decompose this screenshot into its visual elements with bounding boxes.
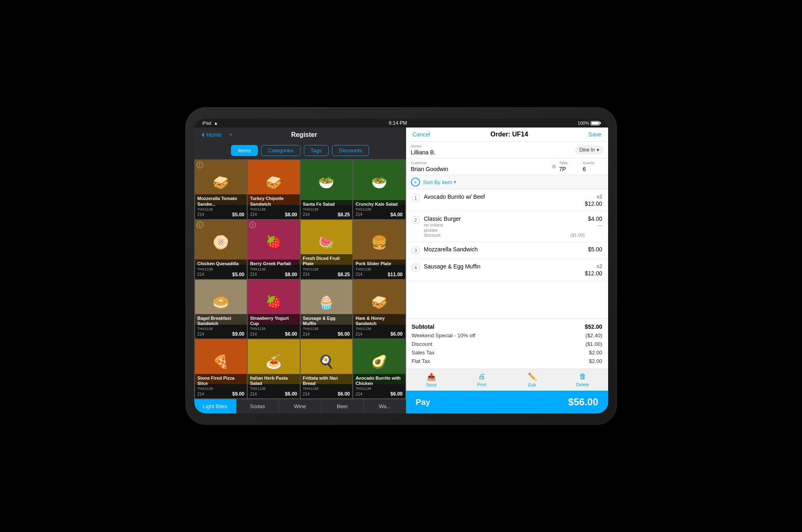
item-name: Chicken Quesadilla: [198, 261, 245, 266]
save-button[interactable]: Save: [589, 131, 602, 138]
category-item[interactable]: Sodas: [237, 399, 279, 413]
sort-label[interactable]: Sort By Item: [423, 179, 453, 185]
item-code: THX1138: [303, 267, 350, 271]
item-code: THX1138: [250, 207, 297, 211]
item-card-overlay: Turkey Chipotle Sandwich THX1138 214 $8.…: [248, 194, 300, 219]
item-code: THX1138: [356, 387, 403, 391]
item-card[interactable]: 🥑 Avocado Burrito with Chicken THX1138 2…: [353, 339, 405, 398]
customer-value[interactable]: Brian Goodwin: [411, 166, 549, 172]
item-card-overlay: Pork Slider Plate THX1138 214 $11.00: [353, 259, 405, 279]
order-item-number: 4: [412, 264, 420, 272]
pay-button[interactable]: Pay $56.00: [406, 391, 608, 413]
item-code: THX1138: [198, 327, 245, 331]
order-title: Order: UF14: [490, 131, 528, 138]
category-item[interactable]: Wa...: [364, 399, 406, 413]
order-items-list: 1 Avocado Burrito w/ Beef x2 $12.00 2 Cl…: [406, 189, 608, 319]
mod-label: discount: [424, 233, 441, 237]
item-name: Turkey Chipotle Sandwich: [250, 196, 297, 207]
sort-bar: + Sort By Item ▾: [406, 175, 608, 189]
order-item[interactable]: 3 Mozzarella Sandwich $5.00: [406, 242, 608, 259]
item-code: THX1138: [356, 207, 403, 211]
item-price: $6.00: [390, 391, 402, 397]
edit-icon: ✏️: [528, 372, 537, 381]
weekend-label: Weekend Special - 10% off: [412, 332, 475, 339]
item-name: Fresh Diced Fruit Plate: [303, 256, 350, 266]
order-item[interactable]: 1 Avocado Burrito w/ Beef x2 $12.00: [406, 189, 608, 211]
tax-row: Sales Tax $2.00: [412, 348, 602, 357]
item-card-overlay: Santa Fe Salad THX1138 214 $8.25: [301, 200, 353, 219]
totals-section: Subtotal $52.00 Weekend Special - 10% of…: [406, 319, 608, 369]
item-card[interactable]: 🥗 Santa Fe Salad THX1138 214 $8.25: [301, 160, 353, 219]
add-item-button[interactable]: +: [411, 178, 420, 187]
item-price: $6.00: [285, 331, 297, 337]
main-content: Home ⚬ Register Items Categories Tags Di…: [194, 128, 608, 413]
category-item[interactable]: Light Bites: [194, 399, 237, 413]
item-card[interactable]: 🍔 Pork Slider Plate THX1138 214 $11.00: [353, 220, 405, 279]
order-item-note: no onions: [424, 222, 585, 227]
info-icon[interactable]: i: [197, 222, 203, 228]
search-icon[interactable]: ⚬: [228, 131, 233, 138]
table-label: Table: [559, 161, 580, 165]
category-item[interactable]: Wine: [279, 399, 321, 413]
item-card[interactable]: 🍓 Strawberry Yogurt Cup THX1138 214 $6.0…: [248, 280, 300, 339]
guests-value[interactable]: 6: [583, 166, 603, 172]
item-code: THX1138: [250, 267, 297, 271]
item-price: $9.00: [232, 331, 244, 337]
category-item[interactable]: Beer: [321, 399, 364, 413]
left-panel: Home ⚬ Register Items Categories Tags Di…: [194, 128, 406, 413]
dine-in-label: Dine In: [579, 147, 595, 153]
tab-discounts[interactable]: Discounts: [332, 145, 369, 156]
item-card[interactable]: 🧁 Sausage & Egg Muffin THX1138 214 $6.00: [301, 280, 353, 339]
item-card[interactable]: 🍓 i Berry Greek Parfait THX1138 214 $8.0…: [248, 220, 300, 279]
server-value[interactable]: Lilliana B.: [411, 149, 572, 156]
order-item-name: Sausage & Egg Muffin: [424, 263, 582, 270]
info-icon[interactable]: i: [249, 222, 256, 228]
item-name: Mozzeralla Tomato Sandw...: [198, 196, 245, 207]
item-card-overlay: Strawberry Yogurt Cup THX1138 214 $6.00: [248, 314, 300, 339]
mod-value: ($1.00): [571, 233, 585, 237]
table-value[interactable]: 7P: [559, 166, 580, 172]
send-button[interactable]: 📤 Send: [406, 369, 457, 391]
item-card[interactable]: 🥪 i Mozzeralla Tomato Sandw... THX1138 2…: [195, 160, 247, 219]
item-card-overlay: Frittata with Nan Bread THX1138 214 $6.0…: [301, 374, 353, 398]
order-item-price: $4.00: [588, 215, 602, 222]
item-card[interactable]: 🥪 Ham & Honey Sandwich THX1138 214 $6.00: [353, 280, 405, 339]
item-card[interactable]: 🍕 Stone Fired Pizza Slice THX1138 214 $9…: [195, 339, 247, 398]
item-card[interactable]: 🥯 Bagel Breakfast Sandwich THX1138 214 $…: [195, 280, 247, 339]
item-card[interactable]: 🍉 Fresh Diced Fruit Plate THX1138 214 $8…: [301, 220, 353, 279]
info-icon[interactable]: i: [197, 162, 203, 168]
order-item-details: Sausage & Egg Muffin: [424, 263, 582, 270]
item-card-overlay: Avocado Burrito with Chicken THX1138 214…: [353, 374, 405, 398]
item-card[interactable]: 🍳 Frittata with Nan Bread THX1138 214 $6…: [301, 339, 353, 398]
action-label: Edit: [528, 383, 536, 387]
item-qty: 214: [356, 332, 363, 336]
item-name: Crunchy Kale Salad: [356, 202, 403, 207]
discount-value: ($1.00): [585, 341, 602, 347]
flat-tax-row: Flat Tax $2.00: [412, 357, 602, 365]
item-price: $8.00: [285, 272, 297, 277]
item-name: Sausage & Egg Muffin: [303, 316, 350, 326]
pay-amount: $56.00: [568, 396, 598, 408]
tab-tags[interactable]: Tags: [304, 145, 329, 156]
item-price: $8.00: [285, 212, 297, 218]
cancel-button[interactable]: Cancel: [413, 131, 431, 138]
back-button[interactable]: Home: [201, 132, 222, 138]
tab-categories[interactable]: Categories: [261, 145, 301, 156]
item-card[interactable]: 🥗 Crunchy Kale Salad THX1138 214 $4.00: [353, 160, 405, 219]
dine-in-selector[interactable]: Dine In ▾: [575, 145, 603, 154]
customer-field: Customer Brian Goodwin: [411, 161, 549, 172]
item-card[interactable]: 🍝 Italian Herb Pasta Salad THX1138 214 $…: [248, 339, 300, 398]
tab-items[interactable]: Items: [231, 145, 258, 156]
print-button[interactable]: 🖨 Print: [457, 369, 507, 391]
guests-label: Guests: [583, 161, 603, 165]
order-item[interactable]: 2 Classic Burger no onionspickles discou…: [406, 211, 608, 242]
item-card[interactable]: 🫓 i Chicken Quesadilla THX1138 214 $5.00: [195, 220, 247, 279]
item-card-overlay: Ham & Honey Sandwich THX1138 214 $6.00: [353, 314, 405, 339]
weekend-value: ($2.40): [585, 332, 602, 339]
order-item[interactable]: 4 Sausage & Egg Muffin x2 $12.00: [406, 259, 608, 281]
edit-button[interactable]: ✏️ Edit: [507, 369, 558, 391]
delete-button[interactable]: 🗑 Delete: [558, 369, 608, 391]
order-item-right: $4.00 —: [588, 215, 602, 229]
item-card[interactable]: 🥪 Turkey Chipotle Sandwich THX1138 214 $…: [248, 160, 300, 219]
item-code: THX1138: [356, 327, 403, 331]
